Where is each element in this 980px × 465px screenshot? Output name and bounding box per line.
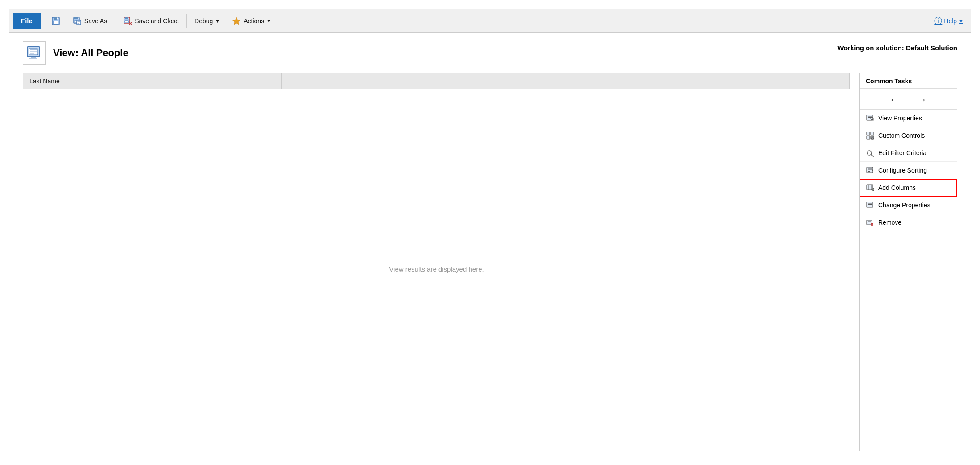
task-change-properties-label: Change Properties	[878, 202, 930, 209]
svg-rect-2	[54, 21, 58, 24]
task-custom-controls[interactable]: Custom Controls	[860, 127, 957, 144]
save-close-icon	[123, 16, 132, 26]
debug-chevron-icon: ▼	[215, 18, 220, 24]
svg-line-41	[871, 155, 873, 156]
actions-chevron-icon: ▼	[266, 18, 271, 24]
task-add-columns-label: Add Columns	[878, 184, 916, 191]
svg-rect-5	[74, 17, 78, 19]
help-chevron-icon: ▼	[959, 18, 963, 24]
view-icon	[23, 41, 46, 65]
svg-rect-43	[868, 169, 872, 169]
svg-rect-34	[871, 132, 874, 135]
svg-rect-10	[77, 21, 80, 22]
table-footer	[23, 449, 850, 451]
empty-message: View results are displayed here.	[389, 265, 484, 273]
svg-rect-25	[29, 58, 37, 59]
save-close-button[interactable]: Save and Close	[117, 13, 185, 29]
table-area: Last Name View results are displayed her…	[23, 73, 850, 451]
svg-rect-3	[57, 17, 58, 19]
svg-rect-21	[30, 49, 37, 50]
nav-prev-button[interactable]: ←	[889, 95, 899, 105]
toolbar-sep-1	[115, 14, 115, 28]
actions-button[interactable]: Actions ▼	[226, 13, 277, 29]
task-custom-controls-label: Custom Controls	[878, 132, 925, 139]
svg-rect-1	[54, 17, 57, 20]
view-properties-icon	[866, 114, 875, 123]
nav-next-button[interactable]: →	[917, 95, 927, 105]
custom-controls-icon	[866, 131, 875, 140]
svg-rect-33	[867, 136, 870, 139]
svg-rect-32	[867, 132, 870, 135]
svg-rect-58	[868, 222, 871, 222]
change-properties-icon	[866, 201, 875, 210]
table-header: Last Name	[23, 73, 850, 89]
col-last-name: Last Name	[23, 73, 282, 89]
task-change-properties[interactable]: Change Properties	[860, 197, 957, 214]
page-title: View: All People	[53, 47, 128, 59]
task-edit-filter[interactable]: Edit Filter Criteria	[860, 144, 957, 162]
svg-rect-56	[868, 206, 870, 206]
svg-rect-15	[128, 17, 129, 19]
view-title-area: View: All People	[23, 41, 128, 65]
svg-rect-13	[125, 17, 128, 19]
svg-rect-11	[77, 23, 79, 24]
content-area: Last Name View results are displayed her…	[23, 73, 957, 451]
svg-rect-44	[868, 170, 872, 171]
common-tasks-panel: Common Tasks ← →	[859, 73, 957, 451]
svg-rect-14	[125, 21, 128, 23]
svg-rect-55	[868, 204, 872, 205]
debug-button[interactable]: Debug ▼	[189, 13, 226, 29]
add-columns-icon	[866, 183, 875, 192]
task-add-columns[interactable]: Add Columns	[860, 179, 957, 197]
solution-label: Working on solution: Default Solution	[837, 41, 957, 52]
svg-rect-45	[868, 171, 870, 172]
debug-label: Debug	[194, 17, 213, 25]
task-remove[interactable]: Remove	[860, 214, 957, 231]
task-configure-sorting-label: Configure Sorting	[878, 167, 927, 174]
save-as-button[interactable]: Save As	[66, 13, 113, 29]
svg-rect-23	[30, 53, 34, 54]
save-as-label: Save As	[84, 17, 107, 25]
svg-marker-18	[233, 17, 240, 25]
task-view-properties-label: View Properties	[878, 115, 922, 122]
app-container: File	[9, 9, 971, 456]
toolbar: File	[9, 9, 971, 33]
task-view-properties[interactable]: View Properties	[860, 110, 957, 127]
help-label: Help	[944, 17, 957, 25]
save-close-label: Save and Close	[135, 17, 179, 25]
col-empty	[282, 73, 850, 89]
toolbar-sep-2	[186, 14, 187, 28]
svg-rect-7	[78, 17, 79, 19]
remove-icon	[866, 218, 875, 227]
actions-label: Actions	[244, 17, 264, 25]
task-remove-label: Remove	[878, 219, 901, 226]
svg-rect-54	[868, 203, 872, 204]
svg-rect-29	[868, 119, 870, 119]
svg-rect-22	[30, 51, 37, 52]
actions-star-icon	[232, 16, 241, 26]
table-body: View results are displayed here.	[23, 89, 850, 449]
help-circle-icon: ⓘ	[934, 16, 942, 26]
main-content: View: All People Working on solution: De…	[9, 33, 971, 456]
svg-rect-27	[868, 116, 872, 117]
common-tasks-title: Common Tasks	[860, 73, 957, 89]
header-row: View: All People Working on solution: De…	[23, 41, 957, 65]
task-edit-filter-label: Edit Filter Criteria	[878, 149, 926, 156]
svg-rect-9	[77, 21, 80, 21]
help-button[interactable]: ⓘ Help ▼	[934, 16, 963, 26]
file-button[interactable]: File	[13, 13, 41, 29]
nav-arrows: ← →	[860, 89, 957, 110]
save-button[interactable]	[45, 13, 66, 29]
task-configure-sorting[interactable]: Configure Sorting	[860, 162, 957, 179]
filter-icon	[866, 148, 875, 157]
save-icon	[51, 16, 61, 26]
save-as-icon	[72, 16, 82, 26]
sorting-icon	[866, 166, 875, 175]
